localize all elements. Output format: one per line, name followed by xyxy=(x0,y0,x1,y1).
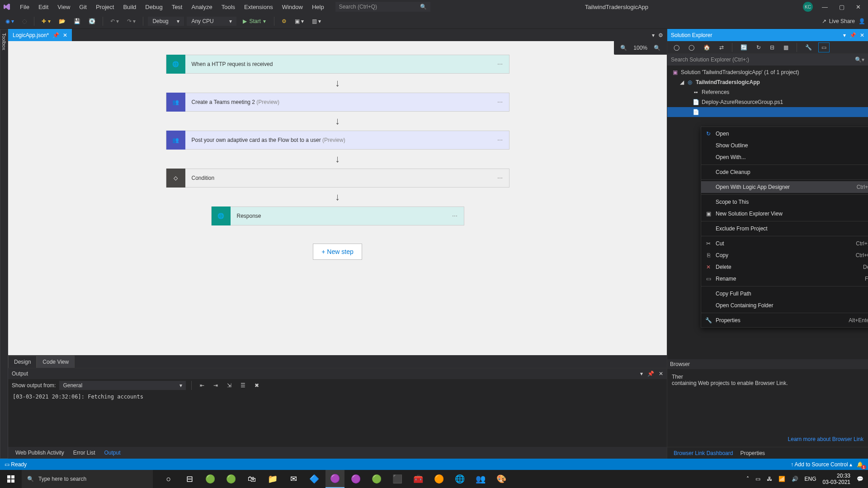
output-source-dropdown[interactable]: General▾ xyxy=(59,381,186,390)
minimize-icon[interactable]: — xyxy=(822,4,828,10)
tool-button-2[interactable]: ▥ ▾ xyxy=(309,17,324,26)
output-wrap-icon[interactable]: ☰ xyxy=(238,381,248,390)
chrome-icon[interactable]: 🌐 xyxy=(450,470,469,488)
ctx-open-with[interactable]: Open With... xyxy=(701,151,868,163)
step-condition[interactable]: ◇ Condition ⋯ xyxy=(166,169,509,188)
toolbox-tab[interactable]: Toolbox xyxy=(0,29,8,459)
menu-git[interactable]: Git xyxy=(75,1,91,13)
step-http-trigger[interactable]: 🌐 When a HTTP request is received ⋯ xyxy=(166,55,509,74)
solexp-search[interactable]: Search Solution Explorer (Ctrl+;) 🔍▾ xyxy=(667,54,868,66)
solexp-properties-icon[interactable]: 🔧 xyxy=(802,43,815,52)
solexp-pin-icon[interactable]: 📌 xyxy=(849,32,856,38)
solexp-dropdown-icon[interactable]: ▾ xyxy=(843,32,846,38)
taskbar-clock[interactable]: 20:33 03-03-2021 xyxy=(823,473,850,486)
menu-test[interactable]: Test xyxy=(167,1,187,13)
tab-web-publish[interactable]: Web Publish Activity xyxy=(11,447,69,458)
menu-analyze[interactable]: Analyze xyxy=(187,1,217,13)
ctx-cut[interactable]: ✂CutCtrl+X xyxy=(701,238,868,249)
terminal-icon[interactable]: ⬛ xyxy=(388,470,407,488)
tab-properties[interactable]: Properties xyxy=(736,448,769,459)
ctx-copy[interactable]: ⎘CopyCtrl+C xyxy=(701,249,868,261)
tree-solution[interactable]: ▣ Solution 'TailwindTraderslogicApp' (1 … xyxy=(667,67,868,77)
ctx-properties[interactable]: 🔧PropertiesAlt+Enter xyxy=(701,314,868,326)
close-icon[interactable]: ✕ xyxy=(856,4,861,10)
step-menu-icon[interactable]: ⋯ xyxy=(497,175,504,181)
ctx-rename[interactable]: ▭RenameF2 xyxy=(701,273,868,285)
ctx-open-designer[interactable]: Open With Logic App DesignerCtrl+L xyxy=(701,181,868,193)
platform-dropdown[interactable]: Any CPU▾ xyxy=(187,17,236,26)
start-button[interactable] xyxy=(0,470,22,488)
language-indicator[interactable]: ENG xyxy=(805,476,816,482)
network-icon[interactable]: 🖧 xyxy=(767,476,772,482)
live-share-button[interactable]: ↗ Live Share xyxy=(822,18,855,24)
solexp-switch-icon[interactable]: ⇄ xyxy=(717,43,726,52)
vscode-icon[interactable]: 🔷 xyxy=(305,470,324,488)
menu-debug[interactable]: Debug xyxy=(141,1,167,13)
tray-overflow-icon[interactable]: ˄ xyxy=(746,476,749,482)
notifications-icon[interactable]: 🔔1 xyxy=(857,461,863,468)
start-button[interactable]: ▶ Start ▾ xyxy=(239,17,269,26)
save-all-button[interactable]: 💽 xyxy=(86,17,98,26)
tree-references[interactable]: ▪▪ References xyxy=(667,87,868,97)
step-adaptive-card[interactable]: 👥 Post your own adaptive card as the Flo… xyxy=(166,131,509,150)
cortana-icon[interactable]: ⊟ xyxy=(180,470,199,488)
mail-icon[interactable]: ✉ xyxy=(284,470,303,488)
new-item-button[interactable]: ✚ ▾ xyxy=(39,17,53,26)
tab-settings-icon[interactable]: ⚙ xyxy=(658,32,663,38)
edge-icon[interactable]: 🟢 xyxy=(201,470,220,488)
tab-overflow-icon[interactable]: ▾ xyxy=(652,32,655,38)
android-studio-icon[interactable]: 🟢 xyxy=(367,470,386,488)
close-tab-icon[interactable]: ✕ xyxy=(63,32,67,38)
output-dropdown-icon[interactable]: ▾ xyxy=(640,371,643,377)
output-tool-2[interactable]: ⇥ xyxy=(211,381,221,390)
solexp-fwd-icon[interactable]: ◯ xyxy=(686,43,697,52)
browser-link-button[interactable]: ⚙ xyxy=(279,17,289,26)
nav-back-button[interactable]: ◉ ▾ xyxy=(3,17,17,26)
teams-icon[interactable]: 👥 xyxy=(471,470,490,488)
solexp-close-icon[interactable]: ✕ xyxy=(860,32,864,38)
tab-output[interactable]: Output xyxy=(100,447,125,458)
wifi-icon[interactable]: 📶 xyxy=(778,476,785,482)
solexp-showall-icon[interactable]: ▦ xyxy=(781,43,791,52)
menu-edit[interactable]: Edit xyxy=(34,1,53,13)
global-search[interactable]: Search (Ctrl+Q) 🔍 xyxy=(335,2,430,12)
menu-build[interactable]: Build xyxy=(118,1,141,13)
maximize-icon[interactable]: ▢ xyxy=(839,4,844,10)
blender-icon[interactable]: 🟠 xyxy=(429,470,448,488)
pin-icon[interactable]: 📌 xyxy=(52,32,59,38)
menu-window[interactable]: Window xyxy=(278,1,307,13)
store-icon[interactable]: 🛍 xyxy=(242,470,261,488)
tree-project[interactable]: ◢ ◎ TailwindTraderslogicApp xyxy=(667,77,868,87)
ctx-copy-path[interactable]: Copy Full Path xyxy=(701,288,868,300)
menu-extensions[interactable]: Extensions xyxy=(240,1,278,13)
ctx-delete[interactable]: ✕DeleteDel xyxy=(701,261,868,273)
ctx-code-cleanup[interactable]: Code Cleanup▸ xyxy=(701,166,868,178)
open-button[interactable]: 📂 xyxy=(56,17,68,26)
logic-app-designer[interactable]: 🔍 100% 🔍 🌐 When a HTTP request is receiv… xyxy=(8,41,667,355)
explorer-icon[interactable]: 📁 xyxy=(263,470,282,488)
vs-icon[interactable]: 🟣 xyxy=(326,470,344,488)
tab-error-list[interactable]: Error List xyxy=(69,447,100,458)
step-response[interactable]: 🌐 Response ⋯ xyxy=(211,206,464,225)
learn-more-link[interactable]: Learn more about Browser Link xyxy=(788,436,863,442)
volume-icon[interactable]: 🔊 xyxy=(792,476,798,482)
nav-fwd-button[interactable]: ◌ xyxy=(19,17,29,26)
solexp-preview-icon[interactable]: ▭ xyxy=(818,42,830,52)
ctx-exclude[interactable]: Exclude From Project xyxy=(701,223,868,235)
ctx-open[interactable]: ↻Open xyxy=(701,128,868,140)
save-button[interactable]: 💾 xyxy=(71,17,83,26)
menu-file[interactable]: File xyxy=(15,1,34,13)
tree-file-logicapp[interactable]: 📄 xyxy=(667,107,868,117)
output-clear-icon[interactable]: ✖ xyxy=(252,381,262,390)
code-view-tab[interactable]: Code View xyxy=(37,356,75,368)
step-menu-icon[interactable]: ⋯ xyxy=(452,213,458,219)
step-menu-icon[interactable]: ⋯ xyxy=(497,99,504,105)
task-view-icon[interactable]: ○ xyxy=(159,470,178,488)
tool-button-1[interactable]: ▣ ▾ xyxy=(292,17,307,26)
step-teams-meeting[interactable]: 👥 Create a Teams meeting 2 (Preview) ⋯ xyxy=(166,93,509,112)
output-body[interactable]: [03-03-2021 20:32:06]: Fetching accounts xyxy=(8,392,667,447)
new-step-button[interactable]: + New step xyxy=(313,244,362,260)
action-center-icon[interactable]: 💬 xyxy=(857,476,863,482)
app-icon-2[interactable]: 🧰 xyxy=(409,470,428,488)
output-close-icon[interactable]: ✕ xyxy=(659,371,663,377)
